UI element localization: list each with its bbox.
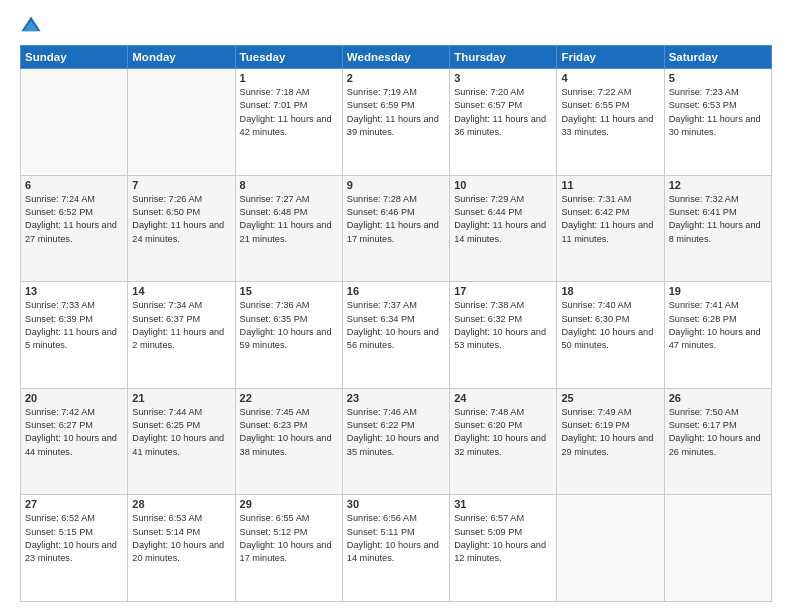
day-info: Sunrise: 7:50 AM Sunset: 6:17 PM Dayligh… xyxy=(669,406,767,459)
calendar-cell: 11Sunrise: 7:31 AM Sunset: 6:42 PM Dayli… xyxy=(557,175,664,282)
calendar-cell: 8Sunrise: 7:27 AM Sunset: 6:48 PM Daylig… xyxy=(235,175,342,282)
calendar-week-row: 1Sunrise: 7:18 AM Sunset: 7:01 PM Daylig… xyxy=(21,69,772,176)
day-info: Sunrise: 6:53 AM Sunset: 5:14 PM Dayligh… xyxy=(132,512,230,565)
weekday-header: Tuesday xyxy=(235,46,342,69)
calendar-cell: 27Sunrise: 6:52 AM Sunset: 5:15 PM Dayli… xyxy=(21,495,128,602)
day-number: 28 xyxy=(132,498,230,510)
day-number: 24 xyxy=(454,392,552,404)
calendar-cell: 25Sunrise: 7:49 AM Sunset: 6:19 PM Dayli… xyxy=(557,388,664,495)
day-number: 13 xyxy=(25,285,123,297)
day-info: Sunrise: 7:24 AM Sunset: 6:52 PM Dayligh… xyxy=(25,193,123,246)
day-number: 2 xyxy=(347,72,445,84)
weekday-header: Thursday xyxy=(450,46,557,69)
day-number: 19 xyxy=(669,285,767,297)
day-number: 26 xyxy=(669,392,767,404)
day-info: Sunrise: 7:31 AM Sunset: 6:42 PM Dayligh… xyxy=(561,193,659,246)
day-info: Sunrise: 7:23 AM Sunset: 6:53 PM Dayligh… xyxy=(669,86,767,139)
calendar-cell: 6Sunrise: 7:24 AM Sunset: 6:52 PM Daylig… xyxy=(21,175,128,282)
header xyxy=(20,15,772,37)
day-number: 4 xyxy=(561,72,659,84)
calendar-cell: 12Sunrise: 7:32 AM Sunset: 6:41 PM Dayli… xyxy=(664,175,771,282)
calendar-cell: 26Sunrise: 7:50 AM Sunset: 6:17 PM Dayli… xyxy=(664,388,771,495)
weekday-header: Wednesday xyxy=(342,46,449,69)
day-info: Sunrise: 7:46 AM Sunset: 6:22 PM Dayligh… xyxy=(347,406,445,459)
calendar-cell: 15Sunrise: 7:36 AM Sunset: 6:35 PM Dayli… xyxy=(235,282,342,389)
day-info: Sunrise: 7:36 AM Sunset: 6:35 PM Dayligh… xyxy=(240,299,338,352)
day-info: Sunrise: 7:28 AM Sunset: 6:46 PM Dayligh… xyxy=(347,193,445,246)
day-info: Sunrise: 7:34 AM Sunset: 6:37 PM Dayligh… xyxy=(132,299,230,352)
calendar-cell: 23Sunrise: 7:46 AM Sunset: 6:22 PM Dayli… xyxy=(342,388,449,495)
day-number: 27 xyxy=(25,498,123,510)
day-number: 6 xyxy=(25,179,123,191)
calendar-cell: 24Sunrise: 7:48 AM Sunset: 6:20 PM Dayli… xyxy=(450,388,557,495)
calendar-cell xyxy=(21,69,128,176)
day-info: Sunrise: 7:42 AM Sunset: 6:27 PM Dayligh… xyxy=(25,406,123,459)
day-number: 16 xyxy=(347,285,445,297)
day-info: Sunrise: 6:55 AM Sunset: 5:12 PM Dayligh… xyxy=(240,512,338,565)
day-number: 18 xyxy=(561,285,659,297)
calendar-cell: 1Sunrise: 7:18 AM Sunset: 7:01 PM Daylig… xyxy=(235,69,342,176)
day-number: 15 xyxy=(240,285,338,297)
calendar-cell: 29Sunrise: 6:55 AM Sunset: 5:12 PM Dayli… xyxy=(235,495,342,602)
calendar-cell: 21Sunrise: 7:44 AM Sunset: 6:25 PM Dayli… xyxy=(128,388,235,495)
calendar-week-row: 6Sunrise: 7:24 AM Sunset: 6:52 PM Daylig… xyxy=(21,175,772,282)
calendar-header-row: SundayMondayTuesdayWednesdayThursdayFrid… xyxy=(21,46,772,69)
calendar-cell: 3Sunrise: 7:20 AM Sunset: 6:57 PM Daylig… xyxy=(450,69,557,176)
day-number: 20 xyxy=(25,392,123,404)
calendar-table: SundayMondayTuesdayWednesdayThursdayFrid… xyxy=(20,45,772,602)
calendar-cell xyxy=(128,69,235,176)
calendar-cell: 4Sunrise: 7:22 AM Sunset: 6:55 PM Daylig… xyxy=(557,69,664,176)
day-number: 9 xyxy=(347,179,445,191)
calendar-cell: 5Sunrise: 7:23 AM Sunset: 6:53 PM Daylig… xyxy=(664,69,771,176)
day-info: Sunrise: 7:44 AM Sunset: 6:25 PM Dayligh… xyxy=(132,406,230,459)
day-number: 1 xyxy=(240,72,338,84)
day-info: Sunrise: 7:26 AM Sunset: 6:50 PM Dayligh… xyxy=(132,193,230,246)
calendar-cell: 31Sunrise: 6:57 AM Sunset: 5:09 PM Dayli… xyxy=(450,495,557,602)
day-info: Sunrise: 6:56 AM Sunset: 5:11 PM Dayligh… xyxy=(347,512,445,565)
logo xyxy=(20,15,46,37)
calendar-cell: 30Sunrise: 6:56 AM Sunset: 5:11 PM Dayli… xyxy=(342,495,449,602)
day-info: Sunrise: 6:57 AM Sunset: 5:09 PM Dayligh… xyxy=(454,512,552,565)
day-number: 23 xyxy=(347,392,445,404)
day-info: Sunrise: 7:20 AM Sunset: 6:57 PM Dayligh… xyxy=(454,86,552,139)
day-info: Sunrise: 7:49 AM Sunset: 6:19 PM Dayligh… xyxy=(561,406,659,459)
day-info: Sunrise: 7:22 AM Sunset: 6:55 PM Dayligh… xyxy=(561,86,659,139)
calendar-cell xyxy=(664,495,771,602)
weekday-header: Saturday xyxy=(664,46,771,69)
day-info: Sunrise: 7:45 AM Sunset: 6:23 PM Dayligh… xyxy=(240,406,338,459)
day-number: 30 xyxy=(347,498,445,510)
day-info: Sunrise: 7:27 AM Sunset: 6:48 PM Dayligh… xyxy=(240,193,338,246)
calendar-cell: 10Sunrise: 7:29 AM Sunset: 6:44 PM Dayli… xyxy=(450,175,557,282)
weekday-header: Monday xyxy=(128,46,235,69)
day-info: Sunrise: 7:33 AM Sunset: 6:39 PM Dayligh… xyxy=(25,299,123,352)
calendar-week-row: 20Sunrise: 7:42 AM Sunset: 6:27 PM Dayli… xyxy=(21,388,772,495)
day-info: Sunrise: 7:19 AM Sunset: 6:59 PM Dayligh… xyxy=(347,86,445,139)
calendar-cell: 16Sunrise: 7:37 AM Sunset: 6:34 PM Dayli… xyxy=(342,282,449,389)
day-number: 12 xyxy=(669,179,767,191)
page: SundayMondayTuesdayWednesdayThursdayFrid… xyxy=(0,0,792,612)
day-number: 31 xyxy=(454,498,552,510)
calendar-cell: 20Sunrise: 7:42 AM Sunset: 6:27 PM Dayli… xyxy=(21,388,128,495)
day-number: 25 xyxy=(561,392,659,404)
calendar-cell: 9Sunrise: 7:28 AM Sunset: 6:46 PM Daylig… xyxy=(342,175,449,282)
calendar-cell: 2Sunrise: 7:19 AM Sunset: 6:59 PM Daylig… xyxy=(342,69,449,176)
day-number: 7 xyxy=(132,179,230,191)
day-info: Sunrise: 7:41 AM Sunset: 6:28 PM Dayligh… xyxy=(669,299,767,352)
weekday-header: Friday xyxy=(557,46,664,69)
calendar-week-row: 27Sunrise: 6:52 AM Sunset: 5:15 PM Dayli… xyxy=(21,495,772,602)
calendar-cell: 7Sunrise: 7:26 AM Sunset: 6:50 PM Daylig… xyxy=(128,175,235,282)
day-info: Sunrise: 7:48 AM Sunset: 6:20 PM Dayligh… xyxy=(454,406,552,459)
calendar-cell: 22Sunrise: 7:45 AM Sunset: 6:23 PM Dayli… xyxy=(235,388,342,495)
calendar-cell xyxy=(557,495,664,602)
day-number: 22 xyxy=(240,392,338,404)
day-number: 21 xyxy=(132,392,230,404)
calendar-cell: 18Sunrise: 7:40 AM Sunset: 6:30 PM Dayli… xyxy=(557,282,664,389)
day-number: 29 xyxy=(240,498,338,510)
day-number: 8 xyxy=(240,179,338,191)
calendar-cell: 19Sunrise: 7:41 AM Sunset: 6:28 PM Dayli… xyxy=(664,282,771,389)
day-number: 3 xyxy=(454,72,552,84)
calendar-cell: 28Sunrise: 6:53 AM Sunset: 5:14 PM Dayli… xyxy=(128,495,235,602)
calendar-cell: 14Sunrise: 7:34 AM Sunset: 6:37 PM Dayli… xyxy=(128,282,235,389)
day-info: Sunrise: 6:52 AM Sunset: 5:15 PM Dayligh… xyxy=(25,512,123,565)
day-info: Sunrise: 7:40 AM Sunset: 6:30 PM Dayligh… xyxy=(561,299,659,352)
